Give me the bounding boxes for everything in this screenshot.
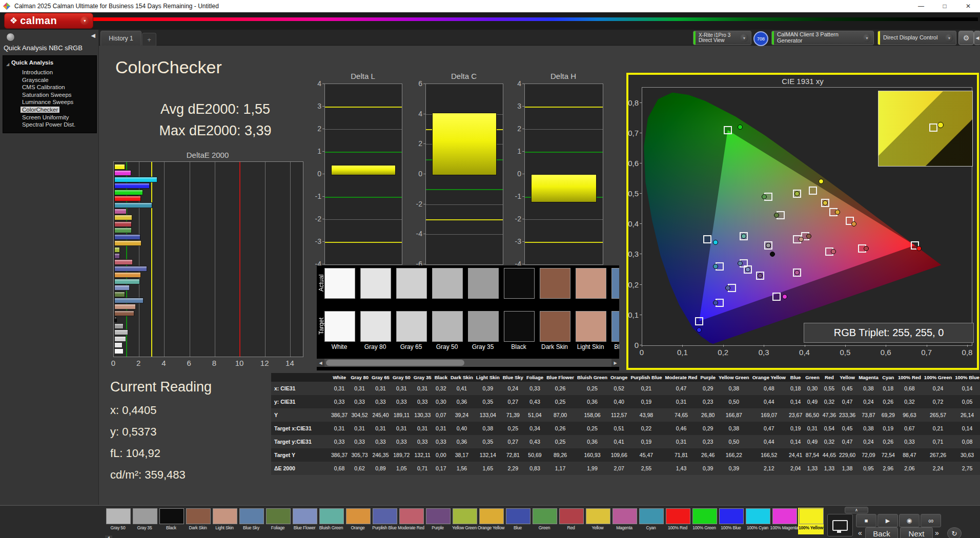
patch-tile-light-skin[interactable]: Light Skin [212,508,237,534]
sidebar-item-spectral-power-dist-[interactable]: Spectral Power Dist. [21,121,77,128]
actual-swatch-blue-sky[interactable] [611,268,619,299]
deltae-x-tick: 10 [233,359,246,367]
table-cell: 0,33 [349,395,370,408]
patch-tile-cyan[interactable]: Cyan [638,508,664,534]
maximize-button[interactable]: □ [933,0,956,12]
table-cell: 0,31 [433,422,449,435]
actual-swatch-gray-50[interactable] [432,268,463,299]
cie-measured-100-green [738,125,743,130]
collapse-strip-icon[interactable]: ∧ [845,507,868,513]
table-cell: 229,60 [838,448,857,462]
actual-swatch-gray-65[interactable] [396,268,427,299]
patch-tile-blue[interactable]: Blue [505,508,530,534]
target-swatch-blue-sky[interactable] [611,311,619,342]
patch-tile-moderate-red[interactable]: Moderate Red [398,508,424,534]
sidebar-item-cms-calibration[interactable]: CMS Calibration [21,84,67,90]
actual-swatch-white[interactable] [324,268,355,299]
target-swatch-gray-65[interactable] [396,311,427,342]
patch-tile-orange[interactable]: Orange [345,508,371,534]
refresh-icon[interactable]: ↻ [947,527,962,538]
calman-menu-button[interactable]: ❖ calman ▼ [4,13,93,29]
target-swatch-gray-50[interactable] [432,311,463,342]
sidebar-item-introduction[interactable]: Introduction [21,69,54,75]
continuous-measure-button[interactable]: ∞ [921,514,941,527]
table-cell: 246,35 [370,448,391,462]
actual-swatch-gray-35[interactable] [468,268,499,299]
patch-tile-100-cyan[interactable]: 100% Cyan [745,508,770,534]
sidebar-item-saturation-sweeps[interactable]: Saturation Sweeps [21,92,73,98]
sidebar-item-screen-uniformity[interactable]: Screen Uniformity [21,114,70,120]
patch-tile-100-yellow[interactable]: 100% Yellow [798,508,824,534]
back-button[interactable]: Back [865,527,898,538]
sidebar-item-colorchecker[interactable]: ColorChecker [21,107,59,113]
target-swatch-light-skin[interactable] [576,311,606,342]
patch-tile-black[interactable]: Black [158,508,184,534]
add-tab-button[interactable]: + [142,33,156,46]
patch-tile-100-blue[interactable]: 100% Blue [718,508,744,534]
target-swatch-gray-80[interactable] [360,311,391,342]
patch-tile-dark-skin[interactable]: Dark Skin [185,508,211,534]
collapse-right-panel-icon[interactable]: ◀ [974,31,980,45]
table-cell: 0,41 [609,435,629,448]
patch-tile-green[interactable]: Green [532,508,557,534]
patch-tile-100-magenta[interactable]: 100% Magenta [771,508,797,534]
tree-expand-icon[interactable]: ◢ [6,62,9,67]
patch-tile-orange-yellow[interactable]: Orange Yellow [478,508,504,534]
strip-scroll-left-icon[interactable]: ◀ [105,535,112,538]
scroll-right-icon[interactable]: ▶ [611,359,619,367]
target-swatch-white[interactable] [324,311,355,342]
scrollbar-thumb[interactable] [326,360,464,366]
target-swatch-gray-35[interactable] [468,311,499,342]
scroll-left-icon[interactable]: ◀ [317,359,324,367]
target-swatch-black[interactable] [504,311,535,342]
close-button[interactable]: ✕ [956,0,980,12]
stop-button[interactable]: ■ [856,514,876,527]
patch-tile-purplish-blue[interactable]: Purplish Blue [372,508,397,534]
sidebar-item-luminance-sweeps[interactable]: Luminance Sweeps [21,99,75,105]
actual-swatch-gray-80[interactable] [360,268,391,299]
patch-tile-purple[interactable]: Purple [425,508,451,534]
sidebar-item-grayscale[interactable]: Grayscale [21,77,50,83]
patch-tile-red[interactable]: Red [558,508,584,534]
table-cell: 0,41 [449,382,475,395]
patch-tile-blue-sky[interactable]: Blue Sky [238,508,264,534]
table-cell: 1,38 [838,462,857,475]
next-button[interactable]: Next [900,527,933,538]
patch-tile-100-green[interactable]: 100% Green [691,508,717,534]
pattern-source-dropdown[interactable]: CalMAN Client 3 Pattern Generator ▼ [771,31,874,45]
patch-tile-blue-flower[interactable]: Blue Flower [292,508,317,534]
window-pattern-button[interactable] [827,514,853,536]
patch-tile-gray-35[interactable]: Gray 35 [132,508,157,534]
patch-tile-label: Black [156,525,186,530]
actual-swatch-dark-skin[interactable] [540,268,570,299]
patch-tile-100-red[interactable]: 100% Red [665,508,690,534]
patch-tile-yellow-green[interactable]: Yellow Green [452,508,477,534]
patch-tile-bluish-green[interactable]: Bluish Green [318,508,344,534]
delta-y-tick: 0 [407,170,422,178]
table-col-header: 100% Green [923,373,953,382]
actual-swatch-black[interactable] [504,268,535,299]
gear-icon[interactable]: ⚙ [958,31,974,45]
patch-tile-yellow[interactable]: Yellow [585,508,610,534]
collapse-sidebar-icon[interactable]: ◀ [91,32,95,39]
patch-color-swatch [239,508,264,524]
tree-root-quick-analysis[interactable]: Quick Analysis [11,59,53,66]
table-cell: 0,26 [545,382,576,395]
capture-button[interactable]: ◉ [899,514,920,527]
swatch-scrollbar[interactable]: ◀ ▶ [317,359,619,367]
tab-history-1[interactable]: History 1 [100,31,141,46]
meter-dropdown[interactable]: X-Rite i1Pro 3 Direct View ▼ [693,31,751,45]
deltae-bar-purple [114,253,120,259]
target-swatch-dark-skin[interactable] [540,311,570,342]
table-cell: 0,33 [391,395,412,408]
display-control-dropdown[interactable]: Direct Display Control ▼ [877,31,956,45]
patch-tile-magenta[interactable]: Magenta [611,508,637,534]
patch-tile-gray-50[interactable]: Gray 50 [105,508,131,534]
patch-tile-label: Dark Skin [183,525,213,530]
table-cell: 0,39 [475,382,501,395]
minimize-button[interactable]: — [909,0,933,12]
meter-sync-badge[interactable]: 708 [753,31,768,46]
actual-swatch-light-skin[interactable] [576,268,606,299]
patch-tile-foliage[interactable]: Foliage [265,508,291,534]
play-button[interactable]: ▶ [877,514,898,527]
